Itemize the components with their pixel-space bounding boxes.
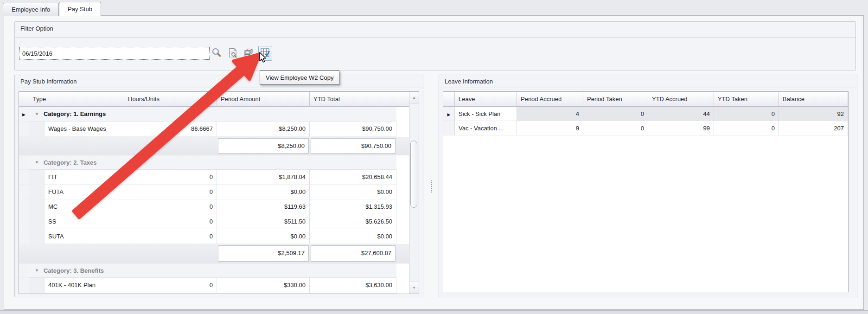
view-w2-copy-button[interactable] <box>258 46 272 61</box>
tab-pay-stub[interactable]: Pay Stub <box>59 2 101 16</box>
print-icon <box>243 47 255 60</box>
cell-ytd-total[interactable]: $1,315.93 <box>310 199 396 214</box>
cell-type[interactable]: MC <box>45 199 124 214</box>
table-row-wages[interactable]: Wages - Base Wages 86.6667 $8,250.00 $90… <box>19 122 410 137</box>
cell-type[interactable]: FIT <box>45 170 124 185</box>
table-row-401k[interactable]: 401K - 401K Plan 0 $330.00 $3,630.00 <box>19 278 410 294</box>
scrollbar-up-button[interactable]: ▲ <box>409 92 419 104</box>
pay-stub-screen: Employee Info Pay Stub Filter Option <box>0 0 868 314</box>
table-row-fit[interactable]: FIT 0 $1,878.04 $20,658.44 <box>19 170 410 185</box>
row-indicator-cell <box>19 155 29 170</box>
pay-stub-information-title: Pay Stub Information <box>20 78 77 85</box>
cell-type[interactable]: SUTA <box>45 229 124 244</box>
group-row-earnings[interactable]: ▶ ▼ Category: 1. Earnings <box>19 107 410 122</box>
scrollbar-thumb[interactable] <box>410 141 417 208</box>
summary-row-earnings: $8,250.00 $90,750.00 <box>19 137 410 155</box>
cell-ytd-total[interactable]: $20,658.44 <box>310 170 396 185</box>
summary-value-box: $27,600.87 <box>311 245 396 262</box>
cell-hours[interactable]: 0 <box>124 185 217 199</box>
summary-period-amount: $2,509.17 <box>217 244 310 263</box>
indent-cell <box>29 170 45 185</box>
cell-period-amount[interactable]: $119.63 <box>217 199 310 214</box>
cell-ytd-taken[interactable]: 0 <box>714 121 779 135</box>
summary-spacer <box>19 137 29 155</box>
group-row-benefits[interactable]: ▼ Category: 3. Benefits <box>19 263 410 278</box>
row-indicator-cell <box>19 122 29 137</box>
header-indicator-cell <box>443 92 455 107</box>
indent-cell <box>29 185 45 199</box>
table-row-mc[interactable]: MC 0 $119.63 $1,315.93 <box>19 199 410 214</box>
cell-period-amount[interactable]: $8,250.00 <box>217 122 310 137</box>
column-header-leave[interactable]: Leave <box>455 92 517 107</box>
collapse-caret-icon[interactable]: ▼ <box>35 160 39 165</box>
cell-leave[interactable]: Vac - Vacation ... <box>455 121 517 135</box>
cell-period-accrued[interactable]: 4 <box>517 107 583 121</box>
row-indicator-cell <box>19 199 29 214</box>
column-header-ytd-accrued[interactable]: YTD Accrued <box>648 92 714 107</box>
column-header-period-amount[interactable]: Period Amount <box>217 92 310 107</box>
cell-period-accrued[interactable]: 9 <box>517 121 583 135</box>
leave-information-title: Leave Information <box>445 78 493 85</box>
cell-ytd-accrued[interactable]: 44 <box>648 107 714 121</box>
cell-hours[interactable]: 0 <box>124 214 217 229</box>
collapse-caret-icon[interactable]: ▼ <box>35 112 39 116</box>
cell-period-amount[interactable]: $0.00 <box>217 229 310 244</box>
cell-period-amount[interactable]: $0.00 <box>217 185 310 199</box>
column-header-ytd-total[interactable]: YTD Total <box>310 92 410 107</box>
print-preview-button[interactable] <box>226 46 240 61</box>
cell-hours[interactable]: 0 <box>124 199 217 214</box>
cell-ytd-taken[interactable]: 0 <box>714 107 779 121</box>
cell-period-taken[interactable]: 0 <box>583 107 648 121</box>
scrollbar-down-button[interactable]: ▼ <box>409 282 419 294</box>
column-header-hours-units[interactable]: Hours/Units <box>124 92 217 107</box>
column-header-ytd-taken[interactable]: YTD Taken <box>714 92 779 107</box>
column-header-type[interactable]: Type <box>29 92 124 107</box>
cell-type[interactable]: 401K - 401K Plan <box>45 278 124 294</box>
cell-hours[interactable]: 0 <box>124 278 217 294</box>
column-header-period-accrued[interactable]: Period Accrued <box>517 92 583 107</box>
summary-value-box: $2,509.17 <box>218 245 309 262</box>
cell-ytd-accrued[interactable]: 99 <box>648 121 714 135</box>
pay-stub-scrollbar[interactable]: ▲ ▼ <box>409 92 419 294</box>
filter-option-group: Filter Option <box>14 21 856 70</box>
focused-row-indicator-icon: ▶ <box>447 112 451 117</box>
table-row-suta[interactable]: SUTA 0 $0.00 $0.00 <box>19 229 410 244</box>
cell-ytd-total[interactable]: $5,626.50 <box>310 214 396 229</box>
cell-hours[interactable]: 0 <box>124 229 217 244</box>
cell-type[interactable]: FUTA <box>45 185 124 199</box>
table-row-ss[interactable]: SS 0 $511.50 $5,626.50 <box>19 214 410 229</box>
row-indicator-cell <box>19 263 29 278</box>
group-row-body: ▼ Category: 2. Taxes <box>29 155 396 170</box>
filter-option-title: Filter Option <box>20 25 53 32</box>
pay-stub-table-header: Type Hours/Units Period Amount YTD Total <box>19 92 410 107</box>
cell-type[interactable]: Wages - Base Wages <box>45 122 124 137</box>
cell-period-amount[interactable]: $330.00 <box>217 278 310 294</box>
column-header-period-taken[interactable]: Period Taken <box>583 92 648 107</box>
cell-ytd-total[interactable]: $90,750.00 <box>310 122 396 137</box>
cell-ytd-total[interactable]: $3,630.00 <box>310 278 396 294</box>
tab-employee-info[interactable]: Employee Info <box>3 3 59 16</box>
cell-type[interactable]: SS <box>45 214 124 229</box>
cell-period-amount[interactable]: $1,878.04 <box>217 170 310 185</box>
cell-balance[interactable]: 92 <box>779 107 848 121</box>
cell-hours[interactable]: 0 <box>124 170 217 185</box>
cell-hours[interactable]: 86.6667 <box>124 122 217 137</box>
group-label: Category: 1. Earnings <box>44 110 106 117</box>
cell-period-taken[interactable]: 0 <box>583 121 648 135</box>
table-row-vacation[interactable]: Vac - Vacation ... 9 0 99 0 207 <box>443 121 848 135</box>
cell-ytd-total[interactable]: $0.00 <box>310 229 396 244</box>
cell-ytd-total[interactable]: $0.00 <box>310 185 396 199</box>
panel-splitter[interactable] <box>425 75 438 297</box>
cell-leave[interactable]: Sick - Sick Plan <box>455 107 517 121</box>
table-row-sick[interactable]: ▶ Sick - Sick Plan 4 0 44 0 92 <box>443 107 848 121</box>
group-row-taxes[interactable]: ▼ Category: 2. Taxes <box>19 155 410 170</box>
column-header-balance[interactable]: Balance <box>779 92 848 107</box>
cell-period-amount[interactable]: $511.50 <box>217 214 310 229</box>
table-row-futa[interactable]: FUTA 0 $0.00 $0.00 <box>19 185 410 199</box>
print-button[interactable] <box>242 46 256 61</box>
search-button[interactable] <box>210 46 223 61</box>
cell-balance[interactable]: 207 <box>779 121 848 135</box>
collapse-caret-icon[interactable]: ▼ <box>35 268 39 273</box>
group-separator <box>15 88 423 88</box>
filter-date-input[interactable] <box>19 47 210 60</box>
